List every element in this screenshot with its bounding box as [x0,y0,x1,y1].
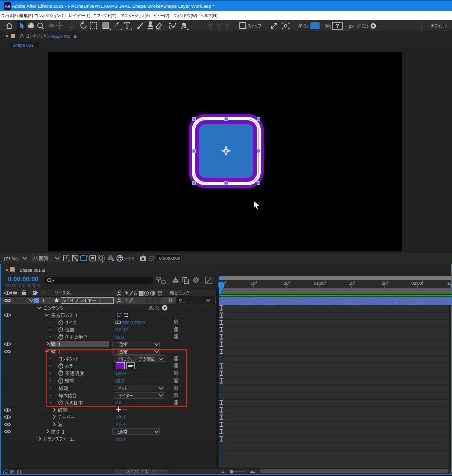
svg-text:01:00f: 01:00f [314,281,326,286]
svg-text:fx: fx [134,290,138,296]
svg-text:02:00f: 02:00f [411,281,423,286]
svg-text:10f: 10f [251,281,257,286]
svg-text:10f: 10f [349,281,355,286]
svg-text:20f: 20f [382,281,388,286]
svg-text:20f: 20f [284,281,290,286]
svg-text:?: ? [336,23,339,29]
